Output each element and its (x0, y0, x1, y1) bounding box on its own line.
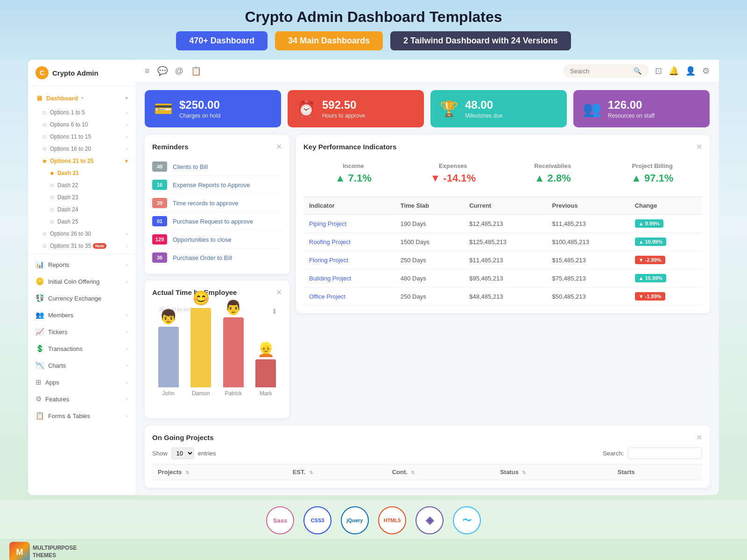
charges-icon: 💳 (154, 100, 173, 118)
sidebar-item-options-11-15[interactable]: Options 11 to 15 › (28, 131, 135, 143)
col-current: Current (464, 197, 546, 214)
kpi-header: Key Performance Indicators ✕ (303, 142, 702, 151)
sidebar-item-ico[interactable]: 🪙 Initial Coin Offering › (28, 273, 135, 290)
cell-indicator: Piping Project (303, 214, 395, 233)
reminders-list: 48 Clients to Bill 16 Expense Reports to… (152, 158, 282, 266)
sort-icon: ⇅ (185, 470, 189, 475)
mark-bar (255, 359, 276, 387)
kpi-billing: Project Billing ▲ 97.1% (603, 158, 703, 189)
john-emoji: 👦 (160, 308, 177, 325)
projects-panel: On Going Projects ✕ Show 10 25 50 entrie… (145, 426, 710, 488)
chart-bar-john: 👦 John (157, 308, 180, 397)
tech-html: HTML5 (378, 506, 406, 534)
search-input[interactable] (570, 68, 631, 75)
sidebar-item-dash-22[interactable]: Dash 22 (28, 179, 135, 191)
sidebar-item-options-26-30[interactable]: Options 26 to 30 › (28, 228, 135, 240)
sidebar-item-dash-24[interactable]: Dash 24 (28, 203, 135, 216)
sidebar-item-options-6-10[interactable]: Options 6 to 10 › (28, 119, 135, 131)
proj-col-cont: Cont. ⇅ (387, 464, 494, 480)
reminders-title: Reminders (152, 143, 189, 151)
cell-time: 1500 Days (395, 233, 464, 251)
kpi-close[interactable]: ✕ (696, 142, 702, 151)
tech-tailwind: 〜 (453, 506, 481, 534)
kpi-expenses: Expenses ▼ -14.1% (403, 158, 503, 189)
cell-time: 480 Days (395, 269, 464, 287)
milestones-label: Milestones due (465, 112, 503, 119)
reminders-close[interactable]: ✕ (276, 142, 282, 151)
fullscreen-icon[interactable]: ⊡ (655, 66, 662, 76)
cell-previous: $15,485,213 (546, 251, 629, 269)
proj-col-projects: Projects ⇅ (152, 464, 287, 480)
entries-label: entries (198, 450, 216, 457)
stat-card-hours: ⏰ 592.50 Hours to approve (288, 90, 424, 127)
chart-header: Actual Time by Employee ✕ (152, 288, 282, 297)
tech-box: ◈ (416, 506, 444, 534)
user-icon[interactable]: 👤 (685, 66, 696, 76)
entries-select[interactable]: 10 25 50 (171, 448, 194, 459)
search-box: 🔍 (563, 64, 648, 77)
projects-close[interactable]: ✕ (696, 433, 702, 442)
sidebar-item-tickers[interactable]: 📈 Tickers › (28, 323, 135, 340)
sidebar-item-dashboard[interactable]: 🖥 Dashboard * ▾ (28, 90, 135, 106)
sort-icon: ⇅ (522, 470, 526, 475)
projects-search-input[interactable] (627, 448, 702, 459)
clipboard-icon[interactable]: 📋 (191, 66, 201, 76)
col-indicator: Indicator (303, 197, 395, 214)
chart-bar-damon: 😊 Damon (190, 290, 213, 397)
sidebar-item-members[interactable]: 👥 Members › (28, 307, 135, 323)
mark-emoji: 👱 (257, 341, 275, 357)
sidebar-item-options-21-25[interactable]: Options 21 to 25 ▾ (28, 155, 135, 167)
patrick-bar (223, 317, 244, 387)
bell-icon[interactable]: 🔔 (669, 66, 679, 76)
sidebar-item-dash-25[interactable]: Dash 25 (28, 216, 135, 228)
settings-icon[interactable]: ⚙ (702, 66, 710, 76)
panels-row: Reminders ✕ 48 Clients to Bill 16 Expens… (135, 127, 719, 426)
cell-change: ▼ -1.99% (629, 287, 702, 306)
sidebar-item-label-dashboard: Dashboard (46, 95, 78, 102)
sidebar-item-options-1-5[interactable]: Options 1 to 5 › (28, 106, 135, 119)
projects-title: On Going Projects (152, 434, 214, 441)
dashboard-icon: 🖥 (35, 94, 42, 102)
search-label: Search: (603, 450, 624, 457)
reminder-item-4: 129 Opportunities to close (152, 231, 282, 249)
chart-close[interactable]: ✕ (276, 288, 282, 297)
sidebar-item-reports[interactable]: 📊 Reports › (28, 256, 135, 273)
damon-emoji: 😊 (192, 290, 210, 306)
stat-card-resources: 👥 126.00 Resources on staff (573, 90, 710, 127)
kpi-table: Indicator Time Slab Current Previous Cha… (303, 196, 702, 306)
col-timeslab: Time Slab (395, 197, 464, 214)
cell-change: ▲ 10.99% (629, 233, 702, 251)
projects-table: Projects ⇅ EST. ⇅ Cont. ⇅ Status (152, 464, 702, 480)
sidebar-item-options-31-35[interactable]: Options 31 to 35 New › (28, 240, 135, 252)
chart-bar-mark: 👱 Mark (254, 341, 278, 397)
milestones-icon: 🏆 (440, 100, 458, 118)
topbar-right: 🔍 ⊡ 🔔 👤 ⚙ (563, 64, 710, 77)
tech-bar: Sass CSS3 jQuery HTML5 ◈ 〜 (0, 500, 747, 539)
sidebar-item-currency[interactable]: 💱 Currency Exchange (28, 290, 135, 307)
sidebar-item-charts[interactable]: 📉 Charts › (28, 357, 135, 374)
sidebar-item-features[interactable]: ⚙ Features › (28, 391, 135, 407)
show-label: Show (152, 450, 168, 457)
sidebar-item-dash-21[interactable]: Dash 21 (28, 167, 135, 179)
resources-value: 126.00 (608, 98, 655, 112)
cell-indicator: Floring Project (303, 251, 395, 269)
sidebar-item-transactions[interactable]: 💲 Transactions › (28, 340, 135, 357)
top-banner: Crypto Admin Dashboard Templates 470+ Da… (0, 0, 747, 60)
main-wrap: C Crypto Admin 🖥 Dashboard * ▾ Options 1… (28, 60, 719, 495)
at-icon[interactable]: @ (175, 66, 183, 76)
chevron-icon: ▾ (125, 95, 128, 101)
chat-icon[interactable]: 💬 (157, 66, 168, 76)
menu-icon[interactable]: ≡ (145, 66, 150, 76)
sidebar-item-apps[interactable]: ⊞ Apps › (28, 374, 135, 391)
reminders-panel: Reminders ✕ 48 Clients to Bill 16 Expens… (145, 135, 289, 274)
bottom-logo: M MULTIPURPOSETHEMES (0, 539, 747, 560)
projects-header: On Going Projects ✕ (152, 433, 702, 442)
charges-value: $250.00 (179, 98, 220, 112)
badge-tailwind: 2 Tailwind Dashboard with 24 Versions (390, 31, 571, 50)
sidebar-item-dash-23[interactable]: Dash 23 (28, 191, 135, 203)
sidebar-item-forms[interactable]: 📋 Forms & Tables › (28, 407, 135, 424)
sidebar-item-options-16-20[interactable]: Options 16 to 20 › (28, 143, 135, 155)
reminder-item-3: 01 Purchase Request to approve (152, 212, 282, 231)
sort-icon: ⇅ (411, 470, 415, 475)
kpi-receivables: Receivablies ▲ 2.8% (503, 158, 603, 189)
